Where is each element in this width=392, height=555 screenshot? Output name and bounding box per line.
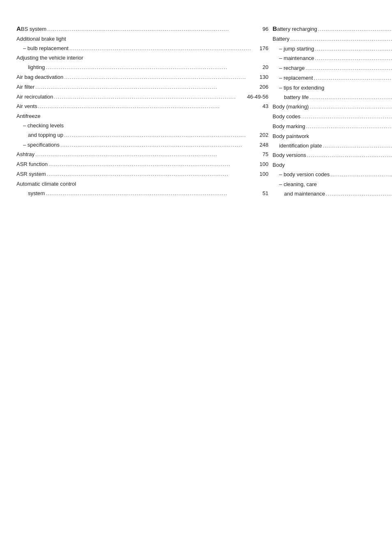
list-item: Air filter206 bbox=[16, 83, 268, 92]
list-item: ABS system96 bbox=[16, 24, 268, 34]
list-item: ASR function100 bbox=[16, 160, 268, 169]
entry-dots bbox=[35, 83, 251, 92]
list-item: – jump starting155 bbox=[272, 45, 392, 54]
list-item: Body marking220 bbox=[272, 122, 392, 131]
list-item: – specifications248 bbox=[16, 141, 268, 150]
list-item: Air bag deactivation130 bbox=[16, 73, 268, 82]
entry-dots bbox=[323, 142, 392, 151]
list-item: – bulb replacement176 bbox=[16, 44, 268, 53]
list-item: Body (marking)220 bbox=[272, 103, 392, 112]
list-item: – recharge188 bbox=[272, 64, 392, 73]
list-item: – replacement207 bbox=[272, 74, 392, 83]
column-a: ABS system96Additional brake light– bulb… bbox=[16, 24, 272, 199]
entry-dots bbox=[48, 160, 251, 169]
entry-dots bbox=[64, 131, 251, 140]
entry-dots bbox=[38, 102, 251, 111]
list-item: – tips for extending bbox=[272, 84, 392, 92]
entry-page: 20 bbox=[252, 63, 268, 72]
entry-dots bbox=[69, 44, 251, 53]
entry-page: 46-49-56 bbox=[247, 93, 268, 101]
entry-page: 202 bbox=[252, 131, 268, 140]
list-item: Antifreeze bbox=[16, 112, 268, 121]
list-item: – checking levels bbox=[16, 122, 268, 130]
entry-dots bbox=[64, 73, 251, 82]
list-item: – cleaning, care bbox=[272, 180, 392, 189]
entry-dots bbox=[46, 63, 251, 72]
entry-dots bbox=[330, 170, 392, 180]
entry-page: 100 bbox=[252, 160, 268, 169]
entry-dots bbox=[309, 93, 392, 102]
entry-page: 96 bbox=[252, 25, 268, 34]
list-item: ASR system100 bbox=[16, 170, 268, 179]
list-item: Automatic climate control bbox=[16, 180, 268, 189]
entry-page: 248 bbox=[252, 141, 268, 150]
list-item: and maintenance214 bbox=[272, 190, 392, 199]
entry-page: 206 bbox=[252, 83, 268, 92]
list-item: – body version codes221 bbox=[272, 170, 392, 180]
list-item: Body codes221 bbox=[272, 113, 392, 122]
entry-page: 100 bbox=[252, 170, 268, 179]
entry-dots bbox=[307, 151, 392, 160]
entry-dots bbox=[314, 74, 392, 83]
list-item: – maintenance208 bbox=[272, 54, 392, 63]
list-item: Additional brake light bbox=[16, 35, 268, 44]
list-item: Battery recharging188 bbox=[272, 24, 392, 34]
entry-dots bbox=[326, 190, 392, 199]
entry-dots bbox=[315, 54, 392, 63]
entry-dots bbox=[318, 25, 392, 34]
entry-dots bbox=[306, 122, 392, 131]
list-item: battery life208 bbox=[272, 93, 392, 102]
entry-page: 176 bbox=[252, 44, 268, 53]
list-item: Body versions221 bbox=[272, 151, 392, 160]
entry-dots bbox=[35, 150, 251, 159]
list-item: system51 bbox=[16, 189, 268, 198]
main-content: ABS system96Additional brake light– bulb… bbox=[0, 0, 392, 555]
entry-dots bbox=[54, 93, 247, 102]
list-item: lighting20 bbox=[16, 63, 268, 72]
columns-area: ABS system96Additional brake light– bulb… bbox=[16, 24, 392, 199]
entry-dots bbox=[46, 189, 251, 198]
list-item: Air recirculation46-49-56 bbox=[16, 93, 268, 102]
entry-dots bbox=[47, 25, 251, 34]
entry-dots bbox=[60, 141, 251, 150]
entry-dots bbox=[291, 35, 392, 44]
entry-page: 43 bbox=[252, 102, 268, 111]
entry-page: 75 bbox=[252, 150, 268, 159]
list-item: identification plate220 bbox=[272, 142, 392, 151]
list-item: Ashtray75 bbox=[16, 150, 268, 159]
list-item: Adjusting the vehicle interior bbox=[16, 54, 268, 62]
entry-dots bbox=[301, 113, 392, 122]
entry-dots bbox=[315, 45, 392, 54]
entry-dots bbox=[47, 170, 251, 179]
entry-dots bbox=[309, 103, 392, 112]
entry-page: 130 bbox=[252, 73, 268, 82]
page: ABS system96Additional brake light– bulb… bbox=[0, 0, 392, 555]
list-item: Body bbox=[272, 161, 392, 170]
list-item: Body paintwork bbox=[272, 132, 392, 141]
entry-page: 51 bbox=[252, 189, 268, 198]
column-b: Battery recharging188Battery206– jump st… bbox=[272, 24, 392, 199]
list-item: Air vents43 bbox=[16, 102, 268, 111]
list-item: and topping up202 bbox=[16, 131, 268, 140]
entry-dots bbox=[305, 64, 392, 73]
list-item: Battery206 bbox=[272, 35, 392, 44]
